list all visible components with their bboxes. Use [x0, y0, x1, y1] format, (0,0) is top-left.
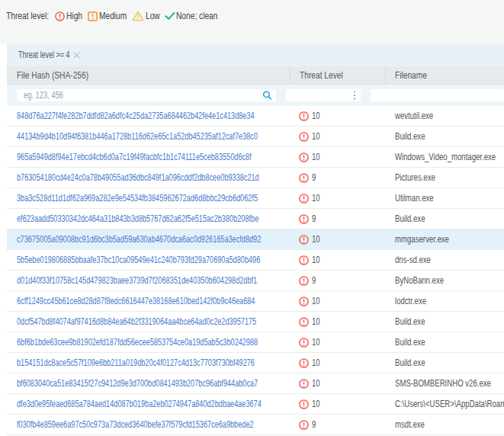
legend-title: Threat level: — [6, 11, 56, 21]
table-filter-row: eg. 123, 456 — [7, 85, 504, 106]
legend-item-none-clean: None; clean — [176, 11, 225, 21]
threat-level-high-icon — [299, 132, 309, 142]
file-hash-table: File Hash (SHA-256) Threat Level Filenam… — [7, 66, 504, 435]
column-header-filename[interactable]: Filename — [385, 66, 504, 84]
exclamation-circle-icon — [55, 11, 65, 21]
file-hash-link[interactable]: 0dcf547bd8f4074af97416d8b84ea64b2f331906… — [17, 316, 256, 327]
legend-title-text: Threat level: — [6, 11, 49, 21]
filename-cell: Pictures.exe — [395, 172, 435, 183]
threat-level-high-icon — [299, 399, 309, 409]
threat-level-high-icon — [299, 358, 309, 368]
filename-cell: Build.exe — [395, 213, 425, 224]
threat-level-value: 10 — [312, 152, 320, 162]
applied-filter-bar: Threat level >= 4 — [7, 43, 504, 66]
table-row: bf6083040ca51e83415f27c9412d9e3d700bd084… — [7, 373, 504, 394]
file-hash-link[interactable]: 6bf6b1bde63cee9b81902efd187fdd56ecee5853… — [17, 337, 258, 348]
filename-filter-input[interactable] — [371, 89, 504, 101]
file-hash-link[interactable]: d01d40f33f10758c145d479823baee3739d7f206… — [17, 275, 257, 286]
table-row: 3ba3c528d11d1df62a969a282e9e54534fb38459… — [7, 188, 504, 209]
filename-cell: Windows_Video_montager.exe — [395, 152, 496, 162]
warning-triangle-icon — [132, 11, 144, 21]
file-hash-link[interactable]: f030fb4e859ee6a97c50c973a73dced3640befe3… — [17, 419, 254, 430]
threat-level-value: 10 — [312, 111, 320, 121]
file-hash-link[interactable]: 5b5ebe019806885bbaafe37bc10ca09549e41c24… — [17, 255, 260, 265]
filename-cell: lodctr.exe — [395, 296, 426, 306]
file-hash-link[interactable]: 965a5949d8f94e17ebcd4cb6d0a7c19f49facbfc… — [17, 152, 252, 162]
dots-vertical-icon[interactable] — [353, 91, 356, 100]
threat-level-value: 10 — [312, 131, 320, 142]
close-icon[interactable] — [73, 52, 80, 59]
column-header-label: Threat Level — [300, 70, 343, 81]
threat-level-value: 9 — [312, 275, 316, 286]
file-hash-link[interactable]: 6cff1249cc45b61ce8d28d87f8edc6616447e381… — [17, 296, 255, 306]
file-hash-link[interactable]: c73675005a09008bc91d6bc3b5ad59a630ab4670… — [17, 234, 261, 245]
threat-level-high-icon — [299, 173, 309, 183]
filename-cell: msdt.exe — [395, 419, 425, 430]
filename-cell: dns-sd.exe — [395, 255, 431, 265]
threat-level-high-icon — [299, 235, 309, 245]
threat-level-high-icon — [299, 276, 309, 286]
file-hash-link[interactable]: dfe3d0e95feaed685a784aed14d087b019ba2eb0… — [17, 399, 262, 409]
threat-level-value: 10 — [312, 337, 320, 348]
threat-level-value: 10 — [312, 193, 320, 204]
table-row: 848d76a227f4fe282b7ddfd82a6dfc4c25da2735… — [7, 106, 504, 127]
file-hash-filter-placeholder: eg. 123, 456 — [24, 90, 63, 101]
threat-level-high-icon — [299, 379, 309, 389]
table-row: 0dcf547bd8f4074af97416d8b84ea64b2f331906… — [7, 312, 504, 332]
table-row: 6bf6b1bde63cee9b81902efd187fdd56ecee5853… — [7, 332, 504, 353]
filter-tag-label: Threat level >= 4 — [18, 50, 70, 60]
filename-cell: C:\Users\<USER>\AppData\Roam — [395, 399, 504, 409]
threat-level-high-icon — [299, 111, 309, 121]
table-row: b154151dc8ace5c57f109e6bb211a019db20c4f0… — [7, 353, 504, 373]
threat-level-value: 9 — [312, 213, 316, 224]
table-row: f030fb4e859ee6a97c50c973a73dced3640befe3… — [7, 415, 504, 435]
filename-cell: Build.exe — [395, 316, 425, 327]
file-hash-link[interactable]: 44134b9d4b10d94f6381b446a1728b116d62e65c… — [17, 131, 258, 142]
table-row: 965a5949d8f94e17ebcd4cb6d0a7c19f49facbfc… — [7, 147, 504, 168]
column-header-file-hash[interactable]: File Hash (SHA-256) — [7, 66, 290, 84]
check-icon — [165, 11, 175, 21]
file-hash-link[interactable]: b154151dc8ace5c57f109e6bb211a019db20c4f0… — [17, 357, 255, 368]
threat-level-filter-input[interactable] — [286, 89, 361, 101]
file-hash-link[interactable]: b763054180cd4e24c0a78b49055ad36dbc849f1a… — [17, 172, 259, 183]
file-hash-link[interactable]: 848d76a227f4fe282b7ddfd82a6dfc4c25da2735… — [17, 111, 255, 121]
threat-level-value: 10 — [312, 316, 320, 327]
table-row: c73675005a09008bc91d6bc3b5ad59a630ab4670… — [7, 229, 504, 250]
table-row: 6cff1249cc45b61ce8d28d87f8edc6616447e381… — [7, 291, 504, 312]
filename-cell: Utilman.exe — [395, 193, 434, 204]
file-hash-link[interactable]: ef623aadd50330342dc464a31b843b3d8b5767d6… — [17, 213, 258, 224]
filename-cell: Build.exe — [395, 131, 425, 142]
column-header-threat-level[interactable]: Threat Level — [290, 66, 385, 84]
table-body: 848d76a227f4fe282b7ddfd82a6dfc4c25da2735… — [7, 106, 504, 435]
filename-cell: wevtutil.exe — [395, 111, 433, 121]
filename-cell: mmgaserver.exe — [395, 234, 449, 245]
threat-level-value: 10 — [312, 255, 320, 265]
threat-level-high-icon — [299, 152, 309, 162]
legend-item-high: High — [66, 11, 85, 21]
table-row: d01d40f33f10758c145d479823baee3739d7f206… — [7, 271, 504, 291]
threat-level-legend: Threat level: High Medium Low None; clea… — [0, 0, 504, 43]
threat-level-value: 10 — [312, 296, 320, 306]
legend-item-label: High — [66, 11, 82, 21]
filename-cell: Build.exe — [395, 337, 425, 348]
threat-level-high-icon — [299, 214, 309, 224]
column-header-label: Filename — [395, 70, 427, 81]
filename-cell: Build.exe — [395, 357, 425, 368]
search-icon[interactable] — [262, 91, 272, 101]
legend-item-label: Medium — [99, 11, 127, 21]
threat-level-high-icon — [299, 420, 309, 430]
legend-item-label: None; clean — [176, 11, 217, 21]
legend-item-label: Low — [146, 11, 160, 21]
filename-cell: SMS-BOMBERINHO v26.exe — [395, 378, 491, 389]
exclamation-square-icon — [88, 11, 98, 21]
file-hash-link[interactable]: 3ba3c528d11d1df62a969a282e9e54534fb38459… — [17, 193, 258, 204]
threat-level-value: 9 — [312, 172, 316, 183]
table-row: b763054180cd4e24c0a78b49055ad36dbc849f1a… — [7, 168, 504, 188]
file-hash-filter-input[interactable]: eg. 123, 456 — [17, 89, 276, 101]
file-hash-link[interactable]: bf6083040ca51e83415f27c9412d9e3d700bd084… — [17, 378, 258, 389]
table-row: 5b5ebe019806885bbaafe37bc10ca09549e41c24… — [7, 250, 504, 271]
threat-level-value: 10 — [312, 357, 320, 368]
threat-level-value: 9 — [312, 419, 316, 430]
threat-level-value: 10 — [312, 399, 320, 409]
table-row: ef623aadd50330342dc464a31b843b3d8b5767d6… — [7, 209, 504, 229]
